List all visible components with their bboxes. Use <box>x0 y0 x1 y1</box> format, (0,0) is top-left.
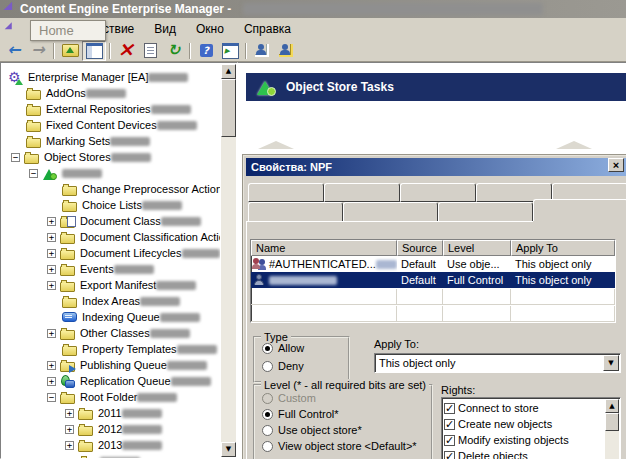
checkbox-icon[interactable] <box>444 403 455 414</box>
tree-item-2013[interactable]: + 2013 <box>2 437 220 453</box>
#AUTHENTICATED...[interactable]: #AUTHENTICATED... Default Use obje... Th… <box>251 256 615 272</box>
help-button[interactable] <box>194 41 218 61</box>
radio-icon[interactable] <box>262 425 273 436</box>
back-icon <box>7 43 20 58</box>
tree-item-document-class[interactable]: + Document Class <box>2 213 220 229</box>
tree-item-marking-sets[interactable]: Marking Sets <box>2 133 220 149</box>
scroll-up-icon[interactable]: ▲ <box>605 399 619 413</box>
properties-button[interactable] <box>138 41 162 61</box>
properties-dialog: Свойства: NPF × Name Source Level Apply … <box>243 155 626 459</box>
tree-item-change-preprocessor-actions[interactable]: Change Preprocessor Actions <box>2 181 220 197</box>
column-header-level[interactable]: Level <box>443 240 511 256</box>
chevron-down-icon[interactable]: ▼ <box>603 355 619 371</box>
tree-item-addons[interactable]: AddOns <box>2 85 220 101</box>
checkbox-icon[interactable] <box>444 435 455 446</box>
new-window-button[interactable] <box>218 41 242 61</box>
tree-expander-icon[interactable]: − <box>47 393 56 402</box>
tree-expander-icon[interactable]: + <box>65 409 74 418</box>
tree-item-document-lifecycles[interactable]: + Document Lifecycles <box>2 245 220 261</box>
delete-button[interactable] <box>114 41 138 61</box>
tree-item-object-stores[interactable]: − Object Stores <box>2 149 220 165</box>
window-titlebar[interactable]: Content Engine Enterprise Manager - <box>0 0 626 18</box>
tree-item[interactable] <box>2 453 220 458</box>
tab-security[interactable] <box>533 199 626 221</box>
scrollbar-thumb[interactable] <box>221 79 236 137</box>
tree-item-other-classes[interactable]: + Other Classes <box>2 325 220 341</box>
tab-cbr-verity[interactable] <box>400 183 476 202</box>
radio-icon[interactable] <box>262 393 273 404</box>
tab-about[interactable] <box>438 202 533 221</box>
scroll-up-icon[interactable]: ▲ <box>221 64 236 79</box>
tree-item-index-areas[interactable]: Index Areas <box>2 293 220 309</box>
tree-item-2011[interactable]: + 2011 <box>2 405 220 421</box>
tree-item-2012[interactable]: + 2012 <box>2 421 220 437</box>
radio-icon[interactable] <box>262 409 273 420</box>
radio-icon[interactable] <box>262 361 273 372</box>
right-create-new-objects[interactable]: Create new objects <box>444 416 604 432</box>
console-tree-button[interactable] <box>82 41 106 61</box>
tree-expander-icon[interactable]: + <box>65 441 74 450</box>
checkbox-icon[interactable] <box>444 419 455 430</box>
tree-expander-icon[interactable]: + <box>47 217 56 226</box>
tree-item-enterprise-manager-ea[interactable]: Enterprise Manager [EA] <box>2 69 220 85</box>
user-export-button[interactable] <box>250 41 274 61</box>
radio-icon[interactable] <box>262 441 273 452</box>
tab-general[interactable] <box>248 183 324 202</box>
up-level-button[interactable] <box>58 41 82 61</box>
tree-expander-icon[interactable]: + <box>47 233 56 242</box>
forward-button[interactable] <box>26 41 50 61</box>
tree-item-root-folder[interactable]: − Root Folder <box>2 389 220 405</box>
rights-scrollbar[interactable]: ▲ <box>605 399 619 459</box>
redacted-tree-label <box>161 217 201 226</box>
radio-icon[interactable] <box>262 343 273 354</box>
tree-item-document-classification-action[interactable]: + Document Classification Action <box>2 229 220 245</box>
checkbox-icon[interactable] <box>444 451 455 459</box>
menu-view[interactable]: Вид <box>144 19 186 39</box>
dialog-titlebar[interactable]: Свойства: NPF <box>246 158 626 176</box>
tree-item-export-manifest[interactable]: + Export Manifest <box>2 277 220 293</box>
radio-custom[interactable]: Custom <box>262 390 431 406</box>
tree-item[interactable]: − <box>2 165 220 181</box>
back-button[interactable] <box>2 41 26 61</box>
tree-expander-icon[interactable]: + <box>47 249 56 258</box>
menu-help[interactable]: Справка <box>234 19 301 39</box>
scroll-down-icon[interactable]: ▼ <box>221 442 236 457</box>
menu-window[interactable]: Окно <box>186 19 234 39</box>
radio-view-object-store-default[interactable]: View object store <Default>* <box>262 438 431 454</box>
tree-expander-icon[interactable]: − <box>29 169 38 178</box>
tree-expander-icon[interactable]: + <box>47 329 56 338</box>
radio-use-object-store[interactable]: Use object store* <box>262 422 431 438</box>
tree-item-fixed-content-devices[interactable]: Fixed Content Devices <box>2 117 220 133</box>
tab-audit-disposition-policies[interactable] <box>343 202 438 221</box>
tab-cache[interactable] <box>248 202 343 221</box>
close-icon[interactable]: × <box>608 158 624 172</box>
refresh-button[interactable] <box>162 41 186 61</box>
tree-item-choice-lists[interactable]: Choice Lists <box>2 197 220 213</box>
tree-item-replication-queue[interactable]: + Replication Queue <box>2 373 220 389</box>
radio-deny[interactable]: Deny <box>262 358 348 374</box>
column-header-source[interactable]: Source <box>397 240 443 256</box>
tree-item-property-templates[interactable]: Property Templates <box>2 341 220 357</box>
tree-item-external-repositories[interactable]: External Repositories <box>2 101 220 117</box>
tree-expander-icon[interactable]: + <box>47 377 56 386</box>
column-header-name[interactable]: Name <box>251 240 397 256</box>
right-modify-existing-objects[interactable]: Modify existing objects <box>444 432 604 448</box>
tree-expander-icon[interactable]: + <box>47 265 56 274</box>
apply-to-combobox[interactable]: This object only ▼ <box>374 353 621 373</box>
tab-properties[interactable] <box>324 183 400 202</box>
scrollbar-thumb[interactable] <box>605 413 619 431</box>
tree-scrollbar[interactable]: ▲ ▼ <box>221 64 236 457</box>
tree-item-publishing-queue[interactable]: + Publishing Queue <box>2 357 220 373</box>
column-header-apply-to[interactable]: Apply To <box>511 240 615 256</box>
radio-full-control[interactable]: Full Control* <box>262 406 431 422</box>
tree-item-indexing-queue[interactable]: Indexing Queue <box>2 309 220 325</box>
tree-item-events[interactable]: + Events <box>2 261 220 277</box>
right-delete-objects[interactable]: Delete objects <box>444 448 604 459</box>
tree-expander-icon[interactable]: + <box>47 281 56 290</box>
user-import-button[interactable] <box>274 41 298 61</box>
tree-expander-icon[interactable]: + <box>47 361 56 370</box>
tree-expander-icon[interactable]: − <box>11 153 20 162</box>
tree-expander-icon[interactable]: + <box>65 425 74 434</box>
acl-row[interactable]: Default Full Control This object only <box>251 272 615 288</box>
right-connect-to-store[interactable]: Connect to store <box>444 400 604 416</box>
